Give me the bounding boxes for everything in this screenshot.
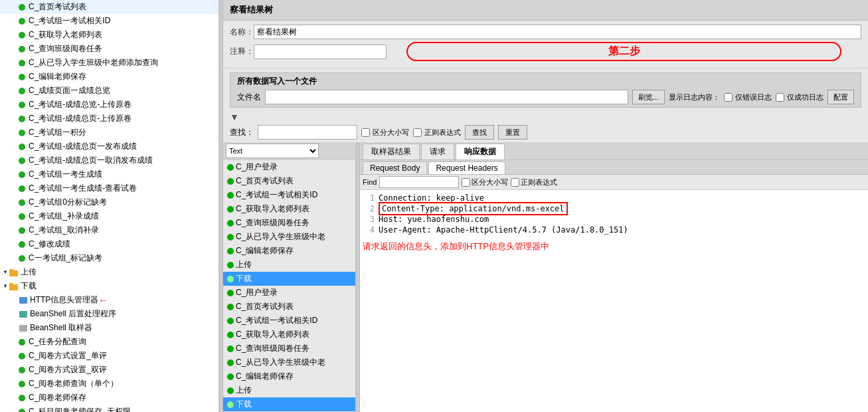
left-tree-item[interactable]: C_考试组一考试相关ID bbox=[0, 14, 218, 28]
second-step-label: 第二步 bbox=[406, 42, 841, 61]
list-item[interactable]: C_获取导入老师列表 bbox=[223, 202, 355, 216]
left-tree-item[interactable]: C_考试组_取消补录 bbox=[0, 223, 218, 237]
code-content-area: 1Connection: keep-alive2Content-Type: ap… bbox=[360, 190, 868, 412]
list-item[interactable]: 上传 bbox=[223, 383, 355, 397]
find-case-label[interactable]: 区分大小写 bbox=[462, 177, 508, 187]
find-case-checkbox[interactable] bbox=[462, 178, 470, 187]
regex-checkbox[interactable] bbox=[413, 128, 422, 137]
find-regex-label[interactable]: 正则表达式 bbox=[511, 177, 557, 187]
left-tree-item[interactable]: C_考试组-成绩总页一取消发布成绩 bbox=[0, 154, 218, 167]
left-tree-item[interactable]: BeanShell 后置处理程序 bbox=[0, 307, 218, 321]
list-item[interactable]: 上传 bbox=[223, 258, 355, 272]
success-log-checkbox[interactable] bbox=[776, 93, 784, 102]
left-tree-item[interactable]: C_考试组_补录成绩 bbox=[0, 209, 218, 223]
error-log-checkbox[interactable] bbox=[724, 93, 733, 102]
regex-label[interactable]: 正则表达式 bbox=[413, 128, 461, 138]
left-tree-item[interactable]: C_科目阅卷老师保存_无权限 bbox=[0, 405, 218, 412]
tab-request[interactable]: 请求 bbox=[421, 144, 454, 159]
left-tree-item[interactable]: C一考试组_标记缺考 bbox=[0, 251, 218, 265]
list-item[interactable]: C_获取导入老师列表 bbox=[223, 328, 355, 342]
left-tree-item[interactable]: C_修改成绩 bbox=[0, 237, 218, 251]
search-input[interactable] bbox=[258, 125, 357, 140]
list-item[interactable]: C_编辑老师保存 bbox=[223, 369, 355, 383]
find-regex-checkbox[interactable] bbox=[511, 178, 519, 187]
tree-item-label: C_考试组0分标记缺考 bbox=[29, 197, 107, 208]
file-name-input[interactable] bbox=[265, 90, 628, 104]
left-tree-item[interactable]: C_编辑老师保存 bbox=[0, 70, 218, 84]
tree-item-label: BeanShell 后置处理程序 bbox=[30, 308, 116, 320]
list-item[interactable]: C_首页考试列表 bbox=[223, 174, 355, 188]
config-button[interactable]: 配置 bbox=[827, 90, 854, 104]
left-tree-item[interactable]: C_阅卷方式设置_双评 bbox=[0, 363, 218, 377]
tab-sampler-results[interactable]: 取样器结果 bbox=[363, 144, 420, 159]
line-content: User-Agent: Apache-HttpClient/4.5.7 (Jav… bbox=[379, 225, 865, 235]
line-number: 4 bbox=[363, 225, 379, 235]
left-tree-item[interactable]: C_考试组一积分 bbox=[0, 126, 218, 140]
find-bar: Find 区分大小写 正则表达式 bbox=[360, 175, 868, 190]
tab-response-data[interactable]: 响应数据 bbox=[456, 144, 505, 159]
left-tree-item[interactable]: C_任务分配查询 bbox=[0, 335, 218, 349]
sub-tab-request-body[interactable]: Request Body bbox=[363, 161, 427, 174]
left-tree-item[interactable]: C_考试组-成绩总览-上传原卷 bbox=[0, 98, 218, 112]
find-button[interactable]: 查找 bbox=[465, 125, 494, 140]
list-item[interactable]: C_首页考试列表 bbox=[223, 300, 355, 314]
sub-tab-request-headers[interactable]: Request Headers bbox=[428, 161, 505, 174]
list-item[interactable]: C_查询班级阅卷任务 bbox=[223, 342, 355, 356]
type-dropdown[interactable]: Text bbox=[226, 144, 319, 158]
left-tree-item[interactable]: BeanShell 取样器 bbox=[0, 321, 218, 335]
left-tree-item[interactable]: C_首页考试列表 bbox=[0, 0, 218, 14]
find-case-text: 区分大小写 bbox=[472, 177, 508, 187]
left-tree-item[interactable]: C_获取导入老师列表 bbox=[0, 28, 218, 42]
browse-button[interactable]: 刷览... bbox=[632, 90, 665, 104]
list-item[interactable]: C_从已导入学生班级中老 bbox=[223, 356, 355, 369]
status-dot bbox=[227, 206, 234, 213]
name-input[interactable] bbox=[254, 25, 861, 39]
line-content: Host: yue.haofenshu.com bbox=[379, 215, 865, 224]
left-tree-item[interactable]: C_阅卷方式设置_单评 bbox=[0, 349, 218, 363]
status-dot bbox=[227, 387, 234, 394]
left-tree-item[interactable]: C_阅卷老师查询（单个） bbox=[0, 377, 218, 391]
status-dot bbox=[227, 276, 234, 282]
left-tree-item[interactable]: C_考试组-成绩总页-上传原卷 bbox=[0, 112, 218, 126]
error-log-checkbox-label[interactable]: 仅错误日志 bbox=[724, 92, 772, 102]
list-item[interactable]: C_用户登录 bbox=[223, 160, 355, 174]
tree-item-icon bbox=[19, 213, 27, 220]
svg-rect-5 bbox=[19, 311, 27, 318]
tree-item-icon bbox=[19, 310, 28, 318]
reset-button[interactable]: 重置 bbox=[498, 125, 527, 140]
left-tree-item[interactable]: ▼上传 bbox=[0, 265, 218, 279]
left-tree-item[interactable]: C_成绩页面一成绩总览 bbox=[0, 84, 218, 98]
left-tree-item[interactable]: HTTP信息头管理器 ← bbox=[0, 293, 218, 307]
case-sensitive-checkbox[interactable] bbox=[361, 128, 370, 137]
tree-item-icon bbox=[19, 353, 27, 360]
list-item[interactable]: C_从已导入学生班级中老 bbox=[223, 230, 355, 244]
comment-row: 注释： 第二步 bbox=[230, 42, 861, 61]
left-tree-item[interactable]: C_查询班级阅卷任务 bbox=[0, 42, 218, 56]
tree-item-icon bbox=[19, 241, 27, 248]
tree-list-toolbar: Text bbox=[223, 142, 355, 160]
success-log-checkbox-label[interactable]: 仅成功日志 bbox=[776, 92, 824, 102]
list-item[interactable]: C_查询班级阅卷任务 bbox=[223, 216, 355, 230]
left-tree-item[interactable]: C_考试组0分标记缺考 bbox=[0, 195, 218, 209]
comment-input[interactable] bbox=[254, 45, 387, 59]
list-item[interactable]: C_编辑老师保存 bbox=[223, 244, 355, 258]
list-item[interactable]: C_考试组一考试相关ID bbox=[223, 314, 355, 328]
tree-list-items: C_用户登录C_首页考试列表C_考试组一考试相关IDC_获取导入老师列表C_查询… bbox=[223, 160, 355, 412]
left-tree-item[interactable]: ▼下载 bbox=[0, 279, 218, 293]
list-item[interactable]: 下载 bbox=[223, 397, 355, 411]
left-tree-item[interactable]: C_考试组-成绩总页一发布成绩 bbox=[0, 140, 218, 154]
left-tree-item[interactable]: C_阅卷老师保存 bbox=[0, 391, 218, 405]
tree-item-icon bbox=[19, 4, 27, 11]
left-tree-item[interactable]: C_考试组一考生成绩 bbox=[0, 167, 218, 181]
list-item[interactable]: C_用户登录 bbox=[223, 286, 355, 300]
line-number: 2 bbox=[363, 204, 379, 213]
list-item[interactable]: 下载 bbox=[223, 272, 355, 286]
find-input[interactable] bbox=[379, 176, 459, 188]
left-tree-item[interactable]: C_从已导入学生班级中老师添加查询 bbox=[0, 56, 218, 70]
tree-item-icon bbox=[19, 199, 27, 206]
left-tree-item[interactable]: C_考试组一考生成绩-查看试卷 bbox=[0, 181, 218, 195]
tree-item-label: C_考试组_补录成绩 bbox=[29, 211, 99, 222]
case-sensitive-label[interactable]: 区分大小写 bbox=[361, 128, 409, 138]
tree-item-icon bbox=[19, 130, 27, 136]
list-item[interactable]: C_考试组一考试相关ID bbox=[223, 188, 355, 202]
